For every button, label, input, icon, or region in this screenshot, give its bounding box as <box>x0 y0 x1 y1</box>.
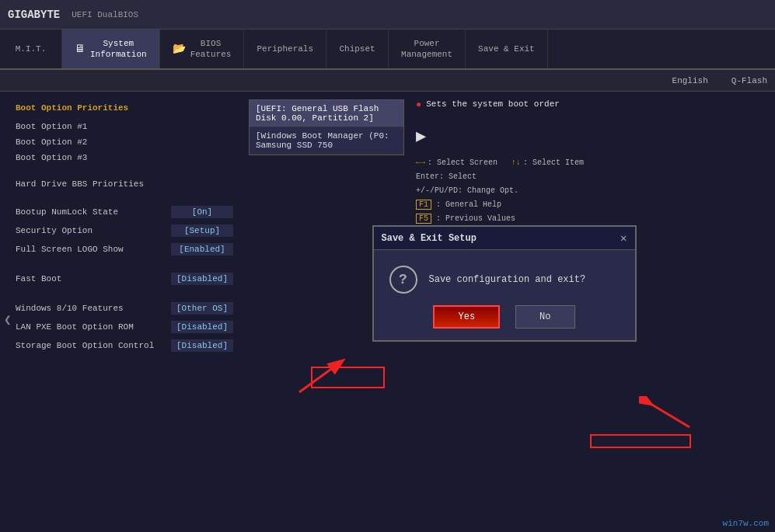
top-bar: GIGABYTE UEFI DualBIOS <box>0 0 775 30</box>
dialog-title-bar: Save & Exit Setup ✕ <box>374 227 635 250</box>
dialog-close-button[interactable]: ✕ <box>620 231 627 245</box>
tab-mit[interactable]: M.I.T. <box>0 30 62 68</box>
tab-bios-features[interactable]: 📂 BIOSFeatures <box>160 30 245 68</box>
tab-chipset[interactable]: Chipset <box>326 30 389 68</box>
yes-button[interactable]: Yes <box>433 305 500 329</box>
tab-mit-label: M.I.T. <box>16 43 47 54</box>
tab-bios-features-label: BIOSFeatures <box>190 38 232 61</box>
tab-peripherals-label: Peripherals <box>257 43 313 54</box>
tab-save-exit[interactable]: Save & Exit <box>466 30 548 68</box>
brand-name: GIGABYTE <box>8 9 60 21</box>
no-button[interactable]: No <box>515 305 574 329</box>
tab-system-info-label: SystemInformation <box>90 38 147 61</box>
tab-power-label: PowerManagement <box>401 38 452 61</box>
nav-tabs: M.I.T. 🖥 SystemInformation 📂 BIOSFeature… <box>0 30 775 70</box>
dialog-title: Save & Exit Setup <box>382 233 477 244</box>
tab-power-management[interactable]: PowerManagement <box>389 30 466 68</box>
tab-system-info[interactable]: 🖥 SystemInformation <box>62 30 160 68</box>
question-icon: ? <box>389 266 417 294</box>
watermark: win7w.com <box>723 519 769 528</box>
save-exit-dialog: Save & Exit Setup ✕ ? Save configuration… <box>372 225 637 342</box>
bios-icon: 📂 <box>173 42 186 56</box>
dialog-buttons: Yes No <box>374 305 635 340</box>
tab-chipset-label: Chipset <box>339 43 375 54</box>
tab-group: M.I.T. 🖥 SystemInformation 📂 BIOSFeature… <box>0 30 775 68</box>
dialog-overlay: Save & Exit Setup ✕ ? Save configuration… <box>0 70 775 532</box>
tab-peripherals[interactable]: Peripherals <box>244 30 326 68</box>
dialog-body: ? Save configuration and exit? <box>374 250 635 305</box>
dialog-message: Save configuration and exit? <box>429 274 586 285</box>
system-info-icon: 🖥 <box>75 42 86 56</box>
tab-save-exit-label: Save & Exit <box>478 43 535 54</box>
uefi-label: UEFI DualBIOS <box>72 10 138 19</box>
